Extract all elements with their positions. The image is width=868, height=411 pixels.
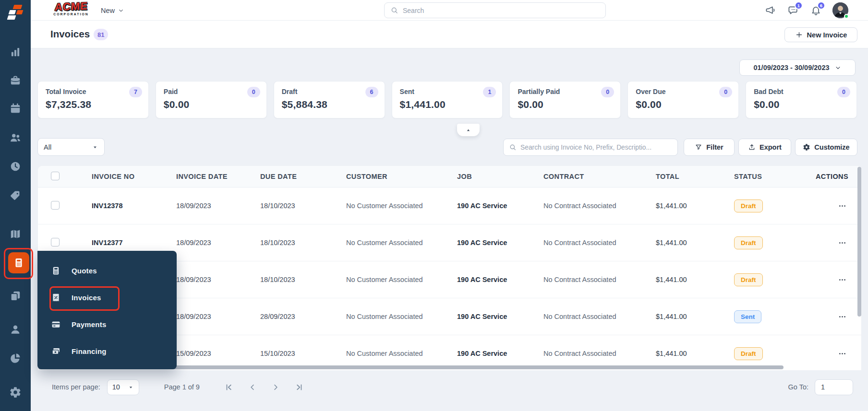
new-menu-button[interactable]: New xyxy=(101,0,124,21)
export-label: Export xyxy=(760,143,782,151)
cell-customer: No Customer Associated xyxy=(346,313,457,320)
cell-status: Draft xyxy=(734,347,816,360)
flyout-item-financing[interactable]: Financing xyxy=(37,338,177,364)
invoice-search-input[interactable] xyxy=(520,144,672,151)
row-checkbox[interactable] xyxy=(38,238,92,248)
cell-invoice-date: 18/09/2023 xyxy=(176,239,260,247)
flyout-item-label: Payments xyxy=(72,320,106,329)
next-page-button[interactable] xyxy=(271,382,281,392)
caret-down-icon xyxy=(92,144,98,151)
sidebar-item-briefcase[interactable] xyxy=(9,74,22,87)
cell-due-date: 18/10/2023 xyxy=(260,239,346,247)
funnel-icon xyxy=(695,143,702,151)
user-avatar[interactable] xyxy=(832,2,848,18)
status-badge: Draft xyxy=(734,273,763,286)
stat-count-badge: 1 xyxy=(483,87,496,97)
sidebar-item-pie-chart[interactable] xyxy=(9,352,22,364)
online-status-dot xyxy=(844,14,849,19)
stat-card: Paid0$0.00 xyxy=(156,81,267,118)
stats-row: Total Invoice7$7,325.38Paid0$0.00Draft6$… xyxy=(37,81,857,118)
cell-status: Draft xyxy=(734,200,816,212)
select-all-checkbox[interactable] xyxy=(38,172,92,182)
sidebar-item-chart-bars[interactable] xyxy=(9,46,22,58)
column-header: INVOICE NO xyxy=(92,173,176,180)
invoice-count-badge: 81 xyxy=(94,29,108,40)
stat-amount: $0.00 xyxy=(636,99,731,110)
cell-contract: No Contract Associated xyxy=(543,239,656,247)
column-header: JOB xyxy=(457,173,543,180)
cell-customer: No Customer Associated xyxy=(346,202,457,210)
status-filter-value: All xyxy=(44,143,51,151)
status-filter-select[interactable]: All xyxy=(37,138,105,156)
cell-due-date: 18/10/2023 xyxy=(260,276,346,283)
previous-page-button[interactable] xyxy=(247,382,258,392)
flyout-item-quotes[interactable]: Quotes xyxy=(37,257,177,284)
status-badge: Draft xyxy=(734,236,763,249)
megaphone-icon[interactable] xyxy=(765,5,776,16)
stat-amount: $0.00 xyxy=(754,99,849,110)
flyout-item-payments[interactable]: Payments xyxy=(37,311,177,338)
collapse-stats-button[interactable] xyxy=(457,124,480,136)
cell-customer: No Customer Associated xyxy=(346,350,457,357)
sidebar-item-users[interactable] xyxy=(9,131,22,144)
date-range-value: 01/09/2023 - 30/09/2023 xyxy=(753,64,829,71)
first-page-button[interactable] xyxy=(224,382,234,392)
sidebar-item-calculator[interactable] xyxy=(8,252,29,273)
sidebar-item-gear[interactable] xyxy=(9,386,22,399)
cell-invoice-no: INV12378 xyxy=(92,202,176,210)
sidebar-item-person[interactable] xyxy=(9,323,22,336)
flyout-item-label: Financing xyxy=(72,347,107,355)
goto-page-input[interactable] xyxy=(815,379,853,395)
chat-button[interactable]: 1 xyxy=(787,5,799,16)
vertical-scrollbar[interactable] xyxy=(857,167,861,317)
cell-due-date: 18/10/2023 xyxy=(260,202,346,210)
row-actions-button[interactable] xyxy=(838,349,861,358)
new-invoice-button[interactable]: New Invoice xyxy=(784,27,857,42)
sidebar-item-map[interactable] xyxy=(9,228,22,240)
sidebar-item-clock[interactable] xyxy=(9,160,22,173)
stat-count-badge: 0 xyxy=(247,87,260,97)
cell-customer: No Customer Associated xyxy=(346,239,457,247)
items-per-page-select[interactable]: 10 xyxy=(107,379,139,395)
column-header: INVOICE DATE xyxy=(176,173,260,180)
stat-label: Bad Debt xyxy=(754,88,849,95)
notifications-button[interactable]: 6 xyxy=(810,5,821,16)
global-search-input[interactable] xyxy=(403,7,600,14)
cell-due-date: 28/09/2023 xyxy=(260,313,346,320)
company-name: ACME xyxy=(54,1,88,12)
caret-down-icon xyxy=(128,384,134,390)
date-range-selector[interactable]: 01/09/2023 - 30/09/2023 xyxy=(739,59,856,76)
app-screen: ACME CORPORATION New 1 6 xyxy=(0,0,868,411)
column-header: ACTIONS xyxy=(816,173,862,180)
status-badge: Draft xyxy=(734,200,763,212)
cell-invoice-date: 18/09/2023 xyxy=(176,313,260,320)
stat-label: Paid xyxy=(164,88,259,95)
table-row[interactable]: INV1237818/09/202318/10/2023No Customer … xyxy=(38,188,861,224)
app-logo-icon[interactable] xyxy=(6,3,25,21)
status-badge: Sent xyxy=(734,310,761,323)
row-checkbox[interactable] xyxy=(38,201,92,211)
stat-label: Sent xyxy=(400,88,495,95)
flyout-item-label: Quotes xyxy=(72,267,97,275)
cell-job: 190 AC Service xyxy=(457,313,543,320)
sidebar-item-calendar[interactable] xyxy=(9,102,22,115)
status-badge: Draft xyxy=(734,347,763,360)
items-per-page-value: 10 xyxy=(112,383,120,391)
customize-button[interactable]: Customize xyxy=(795,139,857,156)
filter-button[interactable]: Filter xyxy=(684,139,735,156)
export-button[interactable]: Export xyxy=(738,139,791,156)
export-icon xyxy=(748,143,756,151)
caret-up-icon xyxy=(465,127,471,133)
sidebar-item-tag[interactable] xyxy=(9,189,22,202)
flyout-item-label: Invoices xyxy=(72,294,101,302)
stat-amount: $7,325.38 xyxy=(46,99,141,110)
last-page-button[interactable] xyxy=(294,382,305,392)
flyout-item-invoices[interactable]: Invoices xyxy=(37,284,177,311)
stat-card: Total Invoice7$7,325.38 xyxy=(37,81,149,118)
cash-stack-icon xyxy=(51,346,61,356)
sidebar-item-copy[interactable] xyxy=(9,290,22,302)
stat-label: Draft xyxy=(282,88,377,95)
cell-contract: No Contract Associated xyxy=(543,276,656,283)
invoice-search xyxy=(503,139,678,156)
table-header: INVOICE NOINVOICE DATEDUE DATECUSTOMERJO… xyxy=(38,166,861,188)
